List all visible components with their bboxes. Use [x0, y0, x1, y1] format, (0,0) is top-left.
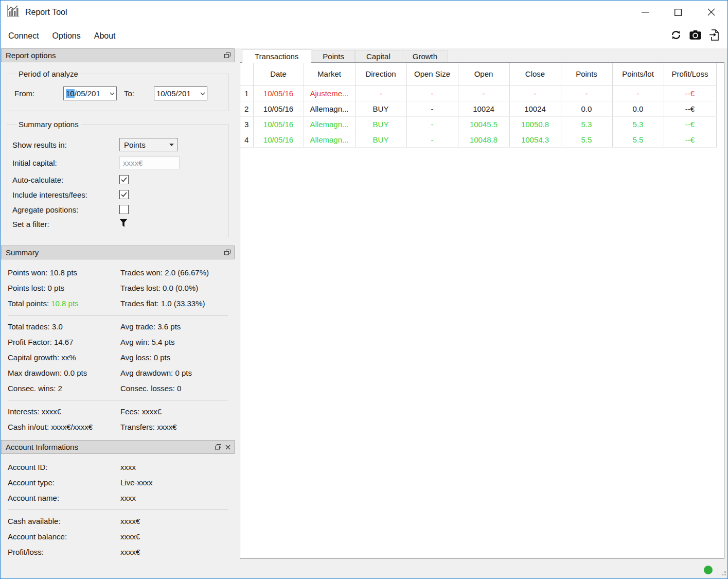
profit-loss-value: xxxx€: [120, 545, 228, 560]
stat-transfers: Transfers: xxxx€: [120, 419, 228, 435]
cash-available-label: Cash available:: [8, 514, 120, 529]
camera-icon[interactable]: [689, 30, 701, 42]
connection-status-indicator: [704, 566, 713, 574]
initial-capital-label: Initial capital:: [12, 159, 119, 167]
to-date-field[interactable]: 10/05/201: [154, 86, 207, 100]
chevron-down-icon: [200, 92, 205, 95]
menu-options[interactable]: Options: [46, 28, 87, 44]
to-label: To:: [124, 89, 154, 98]
stat-interests: Interests: xxxx€: [8, 404, 120, 419]
col-points[interactable]: Points: [561, 63, 612, 85]
combo-arrow-icon: [169, 144, 174, 146]
chevron-down-icon: [110, 92, 115, 95]
account-name-label: Account name:: [8, 490, 120, 506]
from-date-field[interactable]: 10/05/201: [63, 86, 117, 100]
show-results-combobox[interactable]: Points: [119, 138, 178, 151]
stat-avg-trade: Avg trade: 3.6 pts: [120, 319, 228, 335]
table-row[interactable]: 4 10/05/16 Allemagn... BUY - 10048.8 100…: [240, 132, 716, 147]
status-separator: [718, 565, 718, 576]
agregate-positions-label: Agregate positions:: [12, 205, 119, 214]
resize-grip[interactable]: [719, 569, 726, 576]
agregate-positions-checkbox[interactable]: [119, 205, 129, 214]
float-panel-icon[interactable]: [224, 51, 230, 60]
stat-avg-loss: Avg loss: 0 pts: [120, 350, 228, 365]
to-date-value: 10/05/201: [156, 89, 191, 98]
tab-points[interactable]: Points: [312, 50, 355, 62]
stat-capital-growth: Capital growth: xx%: [8, 350, 120, 365]
report-options-title: Report options: [6, 51, 56, 60]
menu-about[interactable]: About: [87, 28, 122, 44]
stat-points-lost: Points lost: 0 pts: [8, 280, 120, 296]
panel-report-options: Report options Period of analyze: [1, 48, 235, 237]
stat-avg-drawdown: Avg drawdown: 0 pts: [120, 365, 228, 381]
summary-header[interactable]: Summary: [1, 245, 235, 259]
stat-max-drawdown: Max drawdown: 0.0 pts: [8, 365, 120, 381]
refresh-icon[interactable]: [670, 29, 682, 43]
tab-growth[interactable]: Growth: [402, 50, 448, 62]
account-name-value: xxxx: [120, 490, 228, 506]
account-informations-body: Account ID: xxxx Account type: Live-xxxx…: [1, 454, 235, 563]
stat-consec-losses: Consec. losses: 0: [120, 381, 228, 396]
report-options-header[interactable]: Report options: [1, 48, 235, 62]
divider: [8, 400, 228, 400]
account-informations-header[interactable]: Account Informations: [1, 440, 235, 454]
period-legend: Period of analyze: [16, 69, 80, 78]
account-type-value: Live-xxxx: [120, 475, 228, 490]
stat-points-won: Points won: 10.8 pts: [8, 265, 120, 280]
minimize-button[interactable]: [629, 1, 662, 24]
col-points-lot[interactable]: Points/lot: [612, 63, 664, 85]
summary-title: Summary: [6, 248, 39, 257]
include-interests-checkbox[interactable]: [119, 190, 129, 199]
tab-bar: Transactions Points Capital Growth: [240, 48, 724, 62]
cash-available-value: xxxx€: [120, 514, 228, 529]
table-header-row: Date Market Direction Open Size Open Clo…: [240, 63, 716, 85]
maximize-button[interactable]: [662, 1, 695, 24]
table-row[interactable]: 3 10/05/16 Allemagn... BUY - 10045.5 100…: [240, 116, 716, 132]
close-panel-icon[interactable]: [225, 443, 230, 451]
col-rownum: [240, 63, 253, 85]
menu-connect[interactable]: Connect: [2, 28, 46, 44]
stat-cash-in-out: Cash in/out: xxxx€/xxxx€: [8, 419, 120, 435]
col-open-size[interactable]: Open Size: [406, 63, 458, 85]
stat-trades-won: Trades won: 2.0 (66.67%): [120, 265, 228, 280]
app-icon: [6, 4, 20, 20]
table-row[interactable]: 2 10/05/16 Allemagn... BUY - 10024 10024…: [240, 101, 716, 116]
from-label: From:: [14, 89, 63, 98]
stat-fees: Fees: xxxx€: [120, 404, 228, 419]
float-panel-icon[interactable]: [215, 443, 221, 451]
float-panel-icon[interactable]: [224, 248, 230, 257]
transactions-table: Date Market Direction Open Size Open Clo…: [240, 63, 717, 148]
total-points-value: 10.8 pts: [51, 299, 78, 308]
col-date[interactable]: Date: [253, 63, 304, 85]
col-close[interactable]: Close: [509, 63, 561, 85]
stat-total-points: Total points: 10.8 pts: [8, 296, 120, 311]
col-profit-loss[interactable]: Profit/Loss: [664, 63, 716, 85]
filter-icon[interactable]: [119, 219, 128, 230]
export-icon[interactable]: [709, 29, 719, 43]
col-open[interactable]: Open: [458, 63, 509, 85]
divider: [8, 315, 228, 315]
from-date-selected-segment: 10: [66, 89, 75, 98]
left-dock: Report options Period of analyze: [1, 48, 235, 562]
col-direction[interactable]: Direction: [355, 63, 406, 85]
tab-capital[interactable]: Capital: [356, 50, 401, 62]
stat-consec-wins: Consec. wins: 2: [8, 381, 120, 396]
account-id-label: Account ID:: [8, 460, 120, 475]
include-interests-label: Include interests/fees:: [12, 190, 119, 199]
table-row[interactable]: 1 10/05/16 Ajusteme... - - - - - - --€: [240, 85, 716, 101]
status-bar: [1, 562, 727, 578]
transactions-table-container: Date Market Direction Open Size Open Clo…: [240, 62, 724, 559]
close-button[interactable]: [695, 1, 727, 24]
stat-total-trades: Total trades: 3.0: [8, 319, 120, 335]
menu-bar: Connect Options About: [1, 24, 727, 48]
stat-trades-lost: Trades lost: 0.0 (0.0%): [120, 280, 228, 296]
auto-calculate-checkbox[interactable]: [119, 175, 129, 184]
set-filter-label: Set a filter:: [12, 220, 119, 229]
panel-summary: Summary Points won: 10.8 pts Trades: [1, 245, 235, 438]
account-type-label: Account type:: [8, 475, 120, 490]
account-balance-label: Account balance:: [8, 529, 120, 545]
show-results-label: Show results in:: [12, 141, 119, 149]
col-market[interactable]: Market: [304, 63, 355, 85]
account-balance-value: xxxx€: [120, 529, 228, 545]
tab-transactions[interactable]: Transactions: [242, 49, 311, 63]
